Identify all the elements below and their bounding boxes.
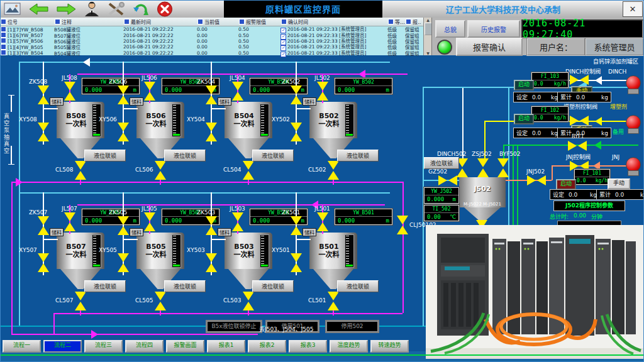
- byf1-valve[interactable]: [568, 141, 587, 151]
- jl-valve-label: JL501: [314, 206, 330, 212]
- cl-valve[interactable]: [155, 292, 166, 310]
- close-app-icon[interactable]: [157, 1, 173, 17]
- tab-9[interactable]: 温度趋势: [330, 340, 368, 353]
- column-header[interactable]: 最新时间: [123, 18, 197, 25]
- tank-body: 储料 B504一次料: [225, 102, 272, 138]
- byf502-valve[interactable]: [497, 158, 509, 177]
- pipe: [333, 310, 334, 315]
- stop-button-1[interactable]: B5x液位联锁停止: [207, 321, 261, 332]
- dinch-valve-label: DINCH控制阀: [565, 69, 601, 75]
- j502-level-display: YW_J502 0.000m: [424, 187, 459, 204]
- column-header[interactable]: 报警限值: [238, 18, 280, 25]
- zk-valve[interactable]: [206, 85, 217, 104]
- tab-10[interactable]: 转速趋势: [370, 340, 409, 353]
- dinch-start-button[interactable]: 启动: [514, 80, 534, 90]
- tab-6[interactable]: 报表1: [207, 340, 245, 353]
- zk-valve[interactable]: [38, 85, 49, 104]
- xy-valve[interactable]: [38, 123, 49, 141]
- zsj502-valve[interactable]: [477, 158, 489, 177]
- screen-title-panel: 原料罐区监控界面: [224, 0, 382, 18]
- level-interlock-button[interactable]: 液位联锁: [337, 280, 379, 292]
- cl-valve[interactable]: [243, 292, 254, 310]
- user-icon[interactable]: [84, 1, 99, 16]
- level-interlock-button[interactable]: 液位联锁: [337, 150, 379, 162]
- column-header[interactable]: 确认时间: [280, 18, 387, 25]
- jl-valve[interactable]: [232, 212, 243, 231]
- jnj-manual-button[interactable]: 手动: [608, 178, 630, 189]
- xy-valve[interactable]: [291, 123, 302, 141]
- zk-valve[interactable]: [118, 85, 129, 104]
- tab-2[interactable]: 流程二: [43, 340, 82, 353]
- jl-valve[interactable]: [64, 212, 75, 231]
- jnj502-valve[interactable]: [527, 175, 546, 185]
- history-alarm-button[interactable]: 历史报警: [467, 20, 520, 38]
- datetime-display: 2016-08-21 09:27:40: [521, 19, 643, 38]
- xy-valve[interactable]: [206, 253, 217, 272]
- alarm-row[interactable]: [1][3]YW_B504B504罐液位2016-08-21 09:22:220…: [0, 50, 431, 56]
- cl-valve[interactable]: [155, 161, 166, 180]
- alarm-ack-button[interactable]: 报警确认: [456, 38, 523, 56]
- column-header[interactable]: 注释: [54, 18, 123, 25]
- tag-icon: [1, 38, 6, 43]
- j502-tank: J502 M-J5022 M-J5021: [459, 177, 506, 207]
- xy-valve[interactable]: [38, 253, 49, 272]
- dinch-source-label: DINCH: [608, 69, 626, 75]
- stop-button-3[interactable]: 停用502: [326, 321, 378, 332]
- zk-valve[interactable]: [118, 216, 129, 235]
- zk-valve[interactable]: [38, 216, 49, 235]
- jl-valve-label: JL508: [62, 75, 77, 81]
- column-header[interactable]: 位号: [0, 18, 54, 25]
- cl-valve[interactable]: [75, 161, 86, 180]
- alarm-cell-limit: 0.50: [238, 50, 280, 56]
- tab-8[interactable]: 报表3: [289, 340, 327, 353]
- jl-valve[interactable]: [317, 82, 328, 101]
- jnj-setpoint[interactable]: 设定0.0kg: [550, 189, 600, 200]
- forward-arrow-icon[interactable]: [57, 3, 76, 15]
- column-header[interactable]: 报…: [405, 18, 421, 25]
- cl-valve[interactable]: [328, 292, 339, 310]
- xy-valve-label: XY506: [99, 117, 117, 123]
- tab-1[interactable]: 流程一: [3, 340, 41, 353]
- xy-valve[interactable]: [291, 253, 302, 272]
- zsj-control-valve[interactable]: [570, 116, 589, 126]
- fi102-display: FI_102 0.0kg/h: [531, 106, 569, 122]
- refresh-icon[interactable]: [133, 1, 148, 16]
- cl-valve[interactable]: [75, 292, 86, 310]
- xy-valve[interactable]: [206, 123, 217, 141]
- scada-screen: 原料罐区监控界面 辽宁工业大学科技开发中心承制 ✕ 位号注释最新时间当前值报警限…: [0, 0, 644, 362]
- tab-7[interactable]: 报表2: [248, 340, 286, 353]
- dinch-setpoint[interactable]: 设定0.0kg: [513, 92, 561, 102]
- alarm-table-scrollbar[interactable]: ▲ ▼: [423, 18, 432, 55]
- jl-valve[interactable]: [232, 82, 243, 101]
- gz502-valve[interactable]: [438, 175, 457, 185]
- back-arrow-icon[interactable]: [29, 3, 48, 15]
- column-header[interactable]: 当前值: [197, 18, 238, 25]
- dinch-control-valve[interactable]: [570, 75, 589, 85]
- close-window-button[interactable]: ✕: [623, 1, 643, 17]
- column-header[interactable]: 等…: [387, 18, 405, 25]
- clj50102-valve[interactable]: [397, 216, 408, 234]
- jl-valve[interactable]: [64, 82, 75, 101]
- zk-valve[interactable]: [291, 85, 302, 104]
- j502-interlock-button[interactable]: 液位联锁: [424, 157, 459, 169]
- pipe: [517, 145, 518, 226]
- tab-5[interactable]: 报警画面: [166, 340, 204, 353]
- jl-valve[interactable]: [317, 212, 328, 231]
- cl-valve[interactable]: [328, 161, 339, 180]
- cl-valve-label: CL504: [223, 167, 241, 173]
- picture-nav-icon[interactable]: [4, 3, 21, 15]
- overview-button[interactable]: 总貌: [435, 20, 465, 38]
- tab-4[interactable]: 流程四: [125, 340, 164, 353]
- jl-valve[interactable]: [144, 212, 155, 231]
- zk-valve[interactable]: [206, 216, 217, 235]
- zsj-start-button[interactable]: 启动: [514, 114, 534, 124]
- zsj-setpoint[interactable]: 设定0.0kg: [513, 128, 561, 138]
- xy-valve[interactable]: [118, 123, 129, 141]
- cl-valve[interactable]: [243, 161, 254, 180]
- tab-3[interactable]: 流程三: [84, 340, 123, 353]
- jnj-start-button[interactable]: 启动: [556, 179, 576, 190]
- xy-valve[interactable]: [118, 253, 129, 272]
- jl-valve[interactable]: [144, 82, 155, 101]
- zk-valve[interactable]: [291, 216, 302, 235]
- tools-icon[interactable]: [108, 2, 125, 16]
